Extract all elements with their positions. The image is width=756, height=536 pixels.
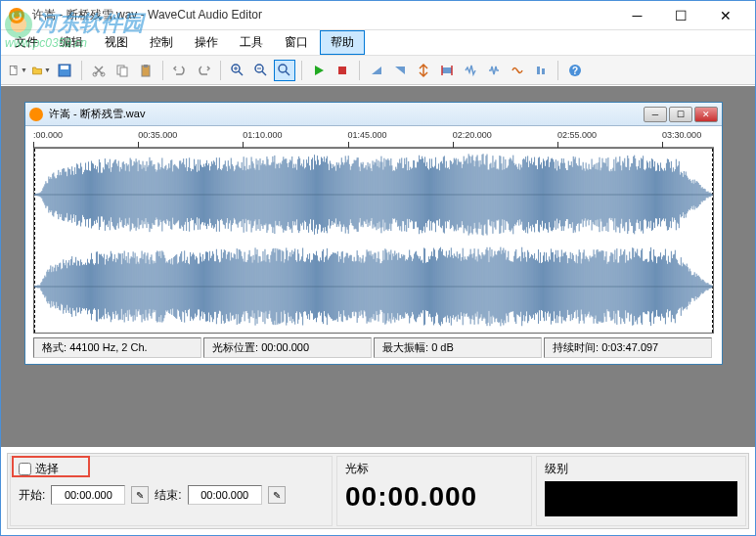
menu-window[interactable]: 窗口 xyxy=(275,31,318,54)
menu-view[interactable]: 视图 xyxy=(95,31,138,54)
status-cursor: 光标位置: 00:00.000 xyxy=(203,337,372,358)
close-button[interactable]: ✕ xyxy=(703,2,747,29)
selection-checkbox[interactable] xyxy=(19,463,31,475)
effect4-button[interactable] xyxy=(530,60,552,81)
window-titlebar: 许嵩 - 断桥残雪.wav - WaveCut Audio Editor ─ ☐… xyxy=(1,1,755,30)
svg-rect-15 xyxy=(542,68,545,74)
menu-edit[interactable]: 编辑 xyxy=(50,31,93,54)
normalize-button[interactable] xyxy=(413,60,434,81)
help-button[interactable]: ? xyxy=(564,60,586,81)
status-duration: 持续时间: 0:03:47.097 xyxy=(544,337,712,358)
cursor-panel-label: 光标 xyxy=(345,461,523,477)
open-file-button[interactable]: ▼ xyxy=(30,60,52,81)
effect1-button[interactable] xyxy=(460,60,481,81)
end-label: 结束: xyxy=(155,487,181,504)
app-icon xyxy=(9,8,24,23)
stop-button[interactable] xyxy=(332,60,353,81)
menu-bar: 文件 编辑 视图 控制 操作 工具 窗口 帮助 xyxy=(1,30,755,56)
level-panel: 级别 xyxy=(536,456,746,526)
bottom-panel: 选择 开始: ✎ 结束: ✎ 光标 00:00.000 级别 xyxy=(7,453,749,529)
play-button[interactable] xyxy=(308,60,330,81)
menu-ops[interactable]: 操作 xyxy=(185,31,228,54)
save-button[interactable] xyxy=(54,60,75,81)
zoom-fit-button[interactable] xyxy=(274,60,295,81)
svg-rect-8 xyxy=(144,65,148,67)
menu-tools[interactable]: 工具 xyxy=(230,31,273,54)
toolbar: ▼ ▼ ? xyxy=(1,56,755,85)
document-title: 许嵩 - 断桥残雪.wav xyxy=(49,107,644,121)
doc-minimize-button[interactable]: ─ xyxy=(644,107,667,122)
svg-rect-13 xyxy=(442,67,452,73)
cut-button[interactable] xyxy=(88,60,110,81)
workspace: 许嵩 - 断桥残雪.wav ─ ☐ ✕ :00.000 00:35.000 01… xyxy=(1,86,755,447)
maximize-button[interactable]: ☐ xyxy=(659,2,703,29)
effect2-button[interactable] xyxy=(483,60,505,81)
end-time-input[interactable] xyxy=(188,485,262,505)
selection-panel: 选择 开始: ✎ 结束: ✎ xyxy=(10,456,333,526)
svg-point-11 xyxy=(279,65,287,72)
start-picker-button[interactable]: ✎ xyxy=(131,486,149,504)
document-status-bar: 格式: 44100 Hz, 2 Ch. 光标位置: 00:00.000 最大振幅… xyxy=(33,337,714,358)
level-meter xyxy=(545,481,737,516)
window-title: 许嵩 - 断桥残雪.wav - WaveCut Audio Editor xyxy=(32,7,615,23)
paste-button[interactable] xyxy=(135,60,156,81)
doc-maximize-button[interactable]: ☐ xyxy=(669,107,692,122)
redo-button[interactable] xyxy=(193,60,214,81)
svg-rect-6 xyxy=(120,67,127,76)
fade-in-button[interactable] xyxy=(366,60,387,81)
document-icon xyxy=(29,108,43,121)
zoom-in-button[interactable] xyxy=(227,60,248,81)
start-label: 开始: xyxy=(19,487,45,504)
svg-rect-12 xyxy=(338,67,346,74)
undo-button[interactable] xyxy=(169,60,191,81)
cursor-time-display: 00:00.000 xyxy=(345,481,523,513)
document-titlebar[interactable]: 许嵩 - 断桥残雪.wav ─ ☐ ✕ xyxy=(25,103,722,126)
svg-rect-14 xyxy=(537,67,540,74)
menu-control[interactable]: 控制 xyxy=(140,31,183,54)
svg-rect-2 xyxy=(61,66,68,69)
end-picker-button[interactable]: ✎ xyxy=(268,486,286,504)
menu-help[interactable]: 帮助 xyxy=(320,30,365,55)
status-format: 格式: 44100 Hz, 2 Ch. xyxy=(33,337,201,358)
svg-rect-0 xyxy=(10,66,17,74)
status-peak: 最大振幅: 0 dB xyxy=(374,337,542,358)
start-time-input[interactable] xyxy=(51,485,125,505)
selection-label: 选择 xyxy=(35,461,59,477)
minimize-button[interactable]: ─ xyxy=(615,2,659,29)
time-ruler[interactable]: :00.000 00:35.000 01:10.000 01:45.000 02… xyxy=(33,130,714,148)
doc-close-button[interactable]: ✕ xyxy=(694,107,718,122)
copy-button[interactable] xyxy=(111,60,133,81)
level-panel-label: 级别 xyxy=(545,461,737,477)
waveform-display[interactable] xyxy=(33,148,714,334)
waveform-left-channel xyxy=(34,149,713,241)
new-file-button[interactable]: ▼ xyxy=(7,60,28,81)
effect3-button[interactable] xyxy=(507,60,528,81)
document-window: 许嵩 - 断桥残雪.wav ─ ☐ ✕ :00.000 00:35.000 01… xyxy=(24,102,723,365)
trim-button[interactable] xyxy=(436,60,458,81)
waveform-right-channel xyxy=(34,241,713,333)
cursor-panel: 光标 00:00.000 xyxy=(336,456,532,526)
fade-out-button[interactable] xyxy=(389,60,411,81)
menu-file[interactable]: 文件 xyxy=(5,31,48,54)
svg-text:?: ? xyxy=(572,66,578,76)
zoom-out-button[interactable] xyxy=(250,60,272,81)
